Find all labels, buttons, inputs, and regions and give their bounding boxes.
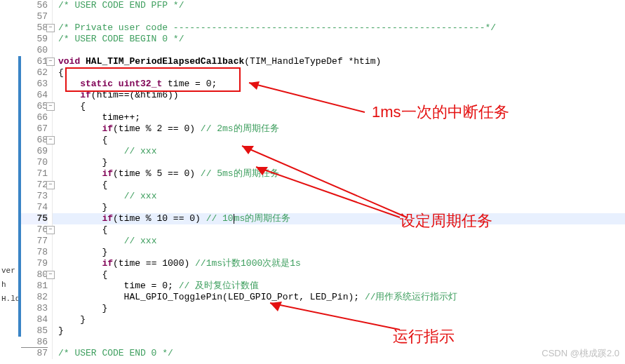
- code-line: if(htim==(&htim6)): [53, 90, 625, 101]
- line-number: 70: [21, 157, 48, 168]
- line-number: 73: [21, 191, 48, 202]
- code-line: }: [53, 314, 625, 325]
- line-number: 81: [21, 281, 48, 292]
- code-line: [53, 337, 625, 348]
- code-line: [53, 45, 625, 56]
- line-number: 56: [21, 0, 48, 11]
- code-line: time++;: [53, 112, 625, 123]
- code-line: {: [53, 224, 625, 236]
- line-number: 74: [21, 202, 48, 213]
- code-line: }: [53, 247, 625, 258]
- code-editor[interactable]: ver h H.ld 56 57 58 59 60 61 62 63 64 65…: [0, 0, 625, 359]
- code-line: {: [53, 180, 625, 191]
- line-number: 82: [21, 292, 48, 303]
- code-line: // xxx: [53, 146, 625, 157]
- line-number-current: 75: [21, 213, 48, 224]
- watermark: CSDN @桃成蹊2.0: [542, 347, 619, 360]
- code-line: if(time % 2 == 0) // 2ms的周期任务: [53, 123, 625, 135]
- code-line: /* Private user code -------------------…: [53, 22, 625, 34]
- line-number[interactable]: 58: [21, 22, 48, 34]
- line-number: 67: [21, 123, 48, 135]
- line-number: 69: [21, 146, 48, 157]
- code-line: }: [53, 202, 625, 213]
- line-number-gutter[interactable]: 56 57 58 59 60 61 62 63 64 65 66 67 68 6…: [21, 0, 53, 359]
- code-line: // xxx: [53, 236, 625, 247]
- code-line: }: [53, 157, 625, 168]
- code-line: // xxx: [53, 191, 625, 202]
- line-number: 77: [21, 236, 48, 247]
- line-number: 57: [21, 11, 48, 22]
- line-number: 85: [21, 325, 48, 337]
- code-line: }: [53, 325, 625, 337]
- line-number: 78: [21, 247, 48, 258]
- line-number: 83: [21, 303, 48, 314]
- code-line-current: if(time % 10 == 0) // 10ms的周期任务: [53, 213, 625, 224]
- code-line: /* USER CODE END 0 */: [53, 348, 625, 359]
- line-number: 59: [21, 34, 48, 45]
- code-line: [53, 11, 625, 22]
- code-line: if(time % 5 == 0) // 5ms的周期任务: [53, 168, 625, 180]
- line-number[interactable]: 76: [21, 224, 48, 236]
- code-line: /* USER CODE BEGIN 0 */: [53, 34, 625, 45]
- line-number[interactable]: 65: [21, 101, 48, 112]
- line-number: 64: [21, 90, 48, 101]
- line-number: 79: [21, 258, 48, 269]
- line-number: 71: [21, 168, 48, 180]
- line-number[interactable]: 68: [21, 135, 48, 146]
- line-number: 63: [21, 79, 48, 90]
- code-line: static uint32_t time = 0;: [53, 79, 625, 90]
- code-line: if(time == 1000) //1ms计数1000次就是1s: [53, 258, 625, 269]
- code-line: /* USER CODE END PFP */: [53, 0, 625, 11]
- line-number: 62: [21, 67, 48, 79]
- line-number: 86: [21, 337, 48, 348]
- code-line: {: [53, 101, 625, 112]
- code-line: void HAL_TIM_PeriodElapsedCallback(TIM_H…: [53, 56, 625, 67]
- code-line: {: [53, 135, 625, 146]
- line-number[interactable]: 80: [21, 269, 48, 281]
- line-number[interactable]: 61: [21, 56, 48, 67]
- line-number: 84: [21, 314, 48, 325]
- code-line: {: [53, 269, 625, 281]
- line-number[interactable]: 72: [21, 180, 48, 191]
- code-area[interactable]: /* USER CODE END PFP */ /* Private user …: [53, 0, 625, 359]
- code-line: {: [53, 67, 625, 79]
- line-number: 87: [21, 348, 48, 359]
- code-line: time = 0; // 及时复位计数值: [53, 281, 625, 292]
- code-line: HAL_GPIO_TogglePin(LED_GPIO_Port, LED_Pi…: [53, 292, 625, 303]
- line-number: 66: [21, 112, 48, 123]
- code-line: }: [53, 303, 625, 314]
- line-number: 60: [21, 45, 48, 56]
